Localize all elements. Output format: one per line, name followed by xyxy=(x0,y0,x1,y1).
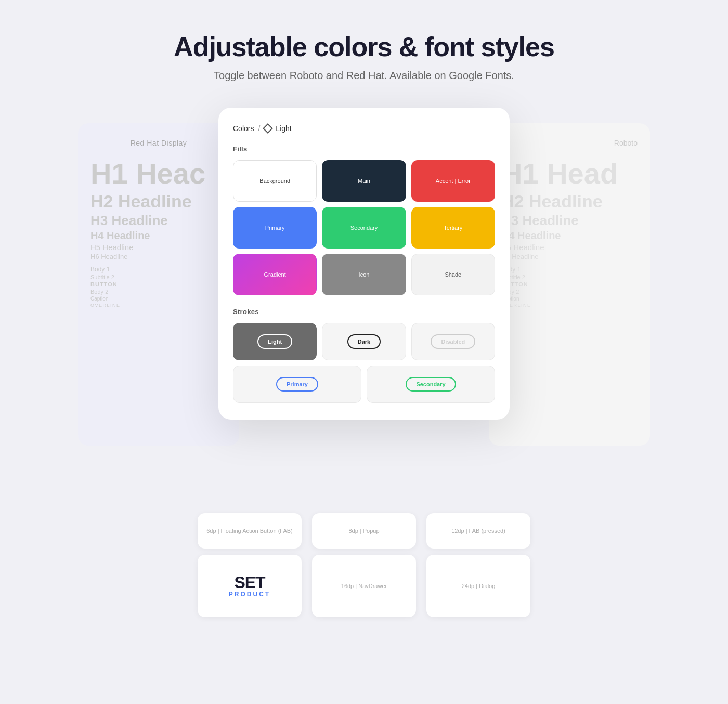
bottom-row-2: SET PRODUCT 16dp | NavDrawer 24dp | Dial… xyxy=(78,555,650,617)
card-popup: 8dp | Popup xyxy=(312,513,416,549)
card-fab-label: 6dp | Floating Action Button (FAB) xyxy=(206,528,293,534)
swatch-icon-label: Icon xyxy=(359,271,370,278)
left-h2: H2 Headline xyxy=(90,191,227,212)
left-typography-card: Red Hat Display H1 Heac H2 Headline H3 H… xyxy=(78,123,239,446)
swatch-secondary[interactable]: Secondary xyxy=(322,207,406,249)
swatch-shade-label: Shade xyxy=(445,271,461,278)
left-button-text: BUTTON xyxy=(90,281,227,288)
right-caption: Caption xyxy=(501,296,638,302)
stroke-secondary-label: Secondary xyxy=(416,381,445,387)
swatch-background[interactable]: Background xyxy=(233,160,317,202)
left-h6: H6 Headline xyxy=(90,253,227,260)
page-title: Adjustable colors & font styles xyxy=(174,31,554,62)
right-body1: Body 1 xyxy=(501,266,638,273)
stroke-light-button[interactable]: Light xyxy=(257,334,292,349)
right-button-text: BUTTON xyxy=(501,281,638,288)
card-fab-pressed: 12dp | FAB (pressed) xyxy=(426,513,530,549)
left-subtitle2: Subtitle 2 xyxy=(90,274,227,280)
right-h4: H4 Headline xyxy=(501,230,638,242)
swatch-accent[interactable]: Accent | Error xyxy=(411,160,495,202)
page-header: Adjustable colors & font styles Toggle b… xyxy=(174,31,554,82)
stroke-light-label: Light xyxy=(268,338,282,345)
stroke-dark-label: Dark xyxy=(358,338,370,345)
stroke-secondary[interactable]: Secondary xyxy=(367,366,495,403)
card-navdrawer-label: 16dp | NavDrawer xyxy=(341,583,387,589)
left-h5: H5 Headline xyxy=(90,243,227,252)
stroke-disabled-button[interactable]: Disabled xyxy=(431,334,475,349)
right-body2: Body 2 xyxy=(501,289,638,295)
left-body1: Body 1 xyxy=(90,266,227,273)
stroke-dark[interactable]: Dark xyxy=(322,323,406,360)
right-overline: OVERLINE xyxy=(501,303,638,308)
right-h2: H2 Headline xyxy=(501,191,638,212)
swatch-background-label: Background xyxy=(259,178,290,184)
right-h3: H3 Headline xyxy=(501,213,638,229)
fills-label: Fills xyxy=(233,145,495,153)
stroke-secondary-button[interactable]: Secondary xyxy=(406,377,456,392)
card-logo: SET PRODUCT xyxy=(198,555,302,617)
bottom-cards: 6dp | Floating Action Button (FAB) 8dp |… xyxy=(78,513,650,617)
right-font-name: Roboto xyxy=(501,139,638,147)
stroke-primary[interactable]: Primary xyxy=(233,366,361,403)
right-subtitle2: Subtitle 2 xyxy=(501,274,638,280)
bottom-row-1: 6dp | Floating Action Button (FAB) 8dp |… xyxy=(78,513,650,549)
swatch-main-label: Main xyxy=(358,178,370,184)
diamond-icon xyxy=(263,123,273,134)
swatch-accent-label: Accent | Error xyxy=(436,178,471,184)
cards-scene: Red Hat Display H1 Heac H2 Headline H3 H… xyxy=(78,108,650,617)
card-fab-pressed-label: 12dp | FAB (pressed) xyxy=(451,528,505,534)
logo-set-text: SET xyxy=(234,574,265,591)
swatch-tertiary-label: Tertiary xyxy=(444,225,462,231)
breadcrumb-separator: / xyxy=(258,124,260,133)
strokes-label: Strokes xyxy=(233,308,495,316)
swatch-shade[interactable]: Shade xyxy=(411,254,495,295)
left-caption: Caption xyxy=(90,296,227,302)
card-dialog-label: 24dp | Dialog xyxy=(462,583,496,589)
swatch-tertiary[interactable]: Tertiary xyxy=(411,207,495,249)
right-h1: H1 Head xyxy=(501,157,638,190)
logo-set-sub: PRODUCT xyxy=(229,591,270,598)
swatch-icon[interactable]: Icon xyxy=(322,254,406,295)
swatch-primary[interactable]: Primary xyxy=(233,207,317,249)
stroke-disabled[interactable]: Disabled xyxy=(411,323,495,360)
card-breadcrumb: Colors / Light xyxy=(233,124,495,133)
breadcrumb-colors: Colors xyxy=(233,124,254,133)
stroke-primary-button[interactable]: Primary xyxy=(276,377,318,392)
fills-grid: Background Main Accent | Error Primary S… xyxy=(233,160,495,295)
strokes-grid-row2: Primary Secondary xyxy=(233,366,495,403)
swatch-gradient[interactable]: Gradient xyxy=(233,254,317,295)
swatch-main[interactable]: Main xyxy=(322,160,406,202)
card-dialog: 24dp | Dialog xyxy=(426,555,530,617)
stroke-dark-button[interactable]: Dark xyxy=(347,334,381,349)
swatch-primary-label: Primary xyxy=(265,225,285,231)
page-subtitle: Toggle between Roboto and Red Hat. Avail… xyxy=(174,70,554,82)
right-typography-card: Roboto H1 Head H2 Headline H3 Headline H… xyxy=(489,123,650,446)
stroke-disabled-label: Disabled xyxy=(441,338,465,345)
card-navdrawer: 16dp | NavDrawer xyxy=(312,555,416,617)
logo-set: SET PRODUCT xyxy=(229,574,270,598)
colors-card: Colors / Light Fills Background Main Acc… xyxy=(218,108,510,420)
right-h6: H6 Headline xyxy=(501,253,638,260)
left-font-name: Red Hat Display xyxy=(90,139,227,147)
card-popup-label: 8dp | Popup xyxy=(348,528,379,534)
swatch-secondary-label: Secondary xyxy=(350,225,378,231)
breadcrumb-light: Light xyxy=(276,124,291,133)
swatch-gradient-label: Gradient xyxy=(264,271,286,278)
left-h1: H1 Heac xyxy=(90,157,227,190)
right-h5: H5 Headline xyxy=(501,243,638,252)
strokes-grid-row1: Light Dark Disabled xyxy=(233,323,495,360)
left-body2: Body 2 xyxy=(90,289,227,295)
stroke-light[interactable]: Light xyxy=(233,323,317,360)
left-overline: OVERLINE xyxy=(90,303,227,308)
card-fab: 6dp | Floating Action Button (FAB) xyxy=(198,513,302,549)
stroke-primary-label: Primary xyxy=(287,381,308,387)
left-h3: H3 Headline xyxy=(90,213,227,229)
left-h4: H4 Headline xyxy=(90,230,227,242)
